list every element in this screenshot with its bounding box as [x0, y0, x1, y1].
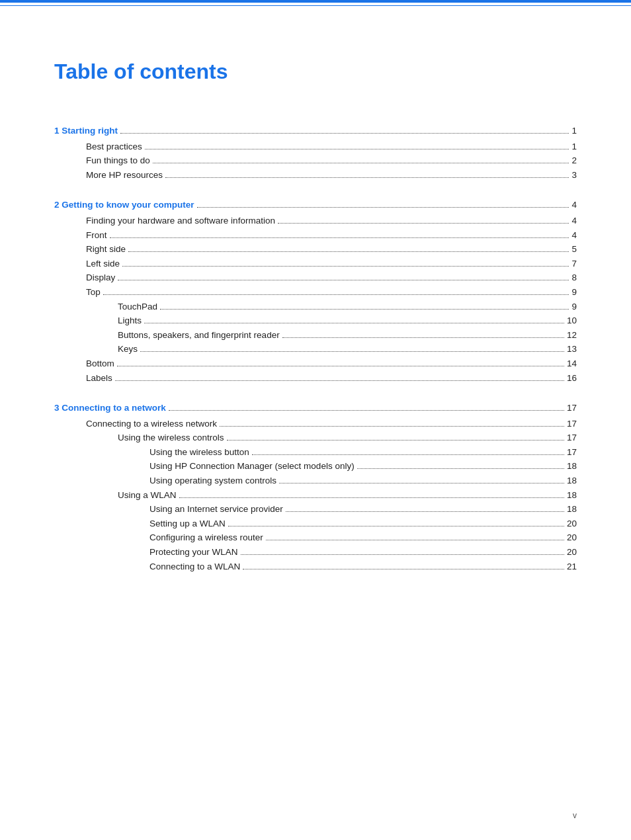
toc-dots-ch3-1b-iii: [266, 540, 564, 540]
toc-dots-ch2-4: [122, 266, 569, 267]
toc-entry-ch2-2: Front4: [54, 228, 577, 243]
toc-page-ch3-1a-ii: 18: [567, 459, 577, 474]
toc-dots-ch3-1a: [227, 440, 564, 441]
toc-page-ch3-1b-v: 21: [567, 560, 577, 574]
toc-entry-ch3-1b-i: Using an Internet service provider18: [54, 502, 577, 517]
toc-dots-ch2-1: [278, 223, 569, 224]
toc-dots-ch1-1: [145, 149, 569, 149]
toc-dots-ch2-7: [117, 366, 564, 366]
toc-dots-ch2-5: [118, 280, 569, 280]
toc-entry-ch2: 2 Getting to know your computer4: [54, 198, 577, 212]
toc-dots-ch2-6a: [160, 309, 569, 310]
toc-label-ch1-1: Best practices: [54, 140, 142, 154]
toc-label-ch3-1a-i: Using the wireless button: [54, 445, 249, 460]
toc-entry-ch2-1: Finding your hardware and software infor…: [54, 214, 577, 228]
toc-entry-ch2-6b: Lights10: [54, 314, 577, 328]
toc-page-ch2-6: 9: [571, 285, 577, 300]
toc-label-ch1-3: More HP resources: [54, 168, 163, 183]
toc-label-ch2-3: Right side: [54, 242, 126, 257]
toc-entry-ch1-2: Fun things to do2: [54, 153, 577, 168]
toc-dots-ch3-1b-iv: [241, 554, 564, 555]
toc-dots-ch3-1b-i: [286, 511, 564, 512]
toc-dots-ch3-1a-i: [252, 454, 564, 455]
toc-dots-ch2-3: [128, 251, 569, 252]
toc-entry-ch1-1: Best practices1: [54, 140, 577, 154]
toc-page-ch2-6d: 13: [567, 342, 577, 357]
toc-page-ch3-1b-ii: 20: [567, 517, 577, 531]
toc-entry-ch2-6: Top9: [54, 285, 577, 300]
toc-label-ch3-1: Connecting to a wireless network: [54, 417, 217, 431]
toc-label-ch3-1b-i: Using an Internet service provider: [54, 502, 283, 517]
toc-page-ch3-1b: 18: [567, 488, 577, 503]
toc-label-ch3-1a-iii: Using operating system controls: [54, 474, 276, 488]
toc-label-ch3-1b-iii: Configuring a wireless router: [54, 530, 263, 545]
toc-label-ch2-6c: Buttons, speakers, and fingerprint reade…: [54, 328, 280, 343]
toc-entry-ch3-1b-v: Connecting to a WLAN21: [54, 560, 577, 574]
toc-dots-ch1-3: [165, 177, 569, 178]
toc-page-ch2-1: 4: [571, 214, 577, 228]
toc-page-ch2-2: 4: [571, 228, 577, 243]
toc-entry-ch1: 1 Starting right1: [54, 124, 577, 138]
toc-dots-ch3-1: [220, 426, 564, 427]
top-border-thin: [0, 5, 631, 6]
toc-entry-ch2-5: Display8: [54, 271, 577, 285]
toc-label-ch2: 2 Getting to know your computer: [54, 198, 194, 212]
toc-label-ch3: 3 Connecting to a network: [54, 401, 166, 415]
toc-entry-ch3-1a-i: Using the wireless button17: [54, 445, 577, 460]
toc-label-ch2-5: Display: [54, 271, 115, 285]
toc-label-ch2-6: Top: [54, 285, 101, 300]
toc-entry-ch3: 3 Connecting to a network17: [54, 401, 577, 415]
toc-page-ch2-3: 5: [571, 242, 577, 257]
toc-dots-ch3-1b: [179, 497, 564, 498]
toc-page-ch3-1b-i: 18: [567, 502, 577, 517]
toc-page-ch2-6a: 9: [571, 300, 577, 314]
toc-entry-ch3-1b-iv: Protecting your WLAN20: [54, 545, 577, 560]
toc-page-ch3-1a-i: 17: [567, 445, 577, 460]
toc-entry-ch2-6a: TouchPad9: [54, 300, 577, 314]
toc-page-ch3: 17: [567, 401, 577, 415]
page-title: Table of contents: [54, 60, 577, 84]
toc-dots-ch1: [120, 133, 569, 134]
toc-entry-ch2-7: Bottom14: [54, 357, 577, 371]
toc-dots-ch3: [169, 410, 564, 411]
toc-label-ch2-6d: Keys: [54, 342, 138, 357]
toc-dots-ch3-1b-v: [243, 569, 564, 569]
toc-label-ch3-1b-ii: Setting up a WLAN: [54, 517, 226, 531]
footer-page-number: v: [573, 811, 577, 820]
toc-entry-ch3-1b-iii: Configuring a wireless router20: [54, 530, 577, 545]
toc-label-ch3-1a: Using the wireless controls: [54, 431, 224, 445]
toc-entry-ch2-6d: Keys13: [54, 342, 577, 357]
toc-dots-ch2: [197, 207, 569, 208]
toc-entry-ch2-4: Left side7: [54, 257, 577, 271]
toc-page-ch1-1: 1: [571, 140, 577, 154]
toc-entry-ch2-3: Right side5: [54, 242, 577, 257]
toc-label-ch3-1a-ii: Using HP Connection Manager (select mode…: [54, 459, 355, 474]
toc-dots-ch2-2: [110, 237, 569, 238]
toc-page-ch2-5: 8: [571, 271, 577, 285]
toc-page-ch3-1a-iii: 18: [567, 474, 577, 488]
toc-dots-ch3-1b-ii: [228, 526, 564, 526]
toc-dots-ch2-6d: [140, 351, 564, 352]
toc-entry-ch3-1b-ii: Setting up a WLAN20: [54, 517, 577, 531]
toc-label-ch2-7: Bottom: [54, 357, 114, 371]
toc-entry-ch2-8: Labels16: [54, 371, 577, 386]
toc-page-ch2-8: 16: [567, 371, 577, 386]
toc-page-ch2-7: 14: [567, 357, 577, 371]
top-border-thick: [0, 0, 631, 3]
toc-label-ch3-1b: Using a WLAN: [54, 488, 177, 503]
toc-label-ch1: 1 Starting right: [54, 124, 118, 138]
toc-entry-ch3-1b: Using a WLAN18: [54, 488, 577, 503]
toc-page-ch3-1b-iv: 20: [567, 545, 577, 560]
toc-dots-ch2-6b: [144, 323, 564, 323]
toc-label-ch3-1b-iv: Protecting your WLAN: [54, 545, 238, 560]
toc-entry-ch3-1a: Using the wireless controls17: [54, 431, 577, 445]
toc-entry-ch1-3: More HP resources3: [54, 168, 577, 183]
toc-page-ch2-6b: 10: [567, 314, 577, 328]
toc-container: 1 Starting right1Best practices1Fun thin…: [54, 124, 577, 573]
toc-page-ch1-3: 3: [571, 168, 577, 183]
toc-label-ch2-1: Finding your hardware and software infor…: [54, 214, 275, 228]
toc-label-ch3-1b-v: Connecting to a WLAN: [54, 560, 240, 574]
toc-page-ch1-2: 2: [571, 153, 577, 168]
toc-dots-ch3-1a-ii: [357, 468, 564, 469]
toc-dots-ch2-8: [115, 380, 564, 381]
